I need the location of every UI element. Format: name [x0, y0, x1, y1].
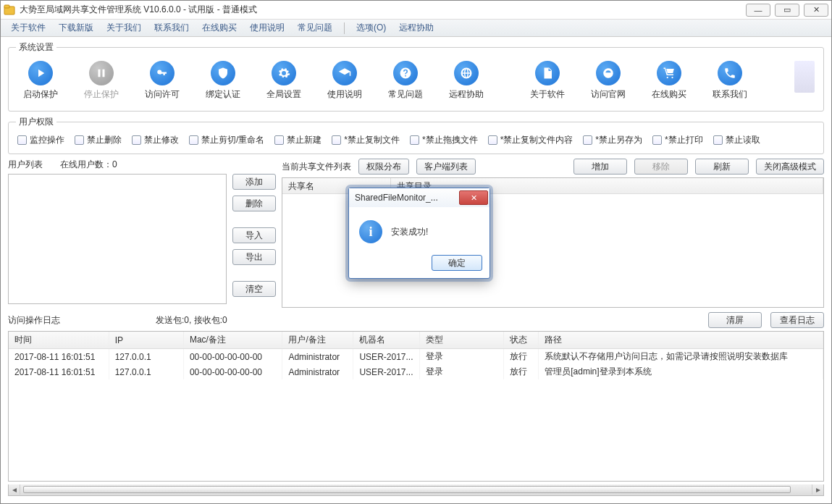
- log-cell-machine: USER-2017...: [353, 349, 419, 365]
- toolbar-label: 全局设置: [266, 88, 301, 101]
- toolbar-visit-site[interactable]: 访问官网: [585, 61, 631, 101]
- checkbox-icon: [488, 135, 497, 145]
- delete-user-button[interactable]: 删除: [232, 196, 276, 211]
- log-grid[interactable]: 时间IPMac/备注用户/备注机器名类型状态路径 2017-08-11 16:0…: [8, 331, 824, 482]
- scroll-left-arrow-icon[interactable]: ◂: [9, 484, 20, 495]
- toolbar-label: 使用说明: [327, 88, 362, 101]
- clear-users-button[interactable]: 清空: [232, 281, 276, 297]
- import-users-button[interactable]: 导入: [232, 227, 276, 243]
- log-cell-path: 管理员[admin]登录到本系统: [539, 364, 823, 379]
- toolbar-start-protect[interactable]: 启动保护: [17, 61, 64, 101]
- menu-item-5[interactable]: 使用说明: [244, 20, 290, 35]
- user-permissions-group: 用户权限 监控操作禁止删除禁止修改禁止剪切/重命名禁止新建*禁止复制文件*禁止拖…: [8, 116, 824, 154]
- log-col-2[interactable]: Mac/备注: [183, 332, 282, 349]
- permission-checkbox-10[interactable]: 禁止读取: [713, 134, 760, 146]
- permission-label: 禁止新建: [287, 134, 322, 146]
- clear-log-button[interactable]: 清屏: [708, 312, 762, 328]
- scroll-thumb[interactable]: [23, 486, 791, 493]
- close-button[interactable]: ✕: [804, 4, 828, 17]
- permission-checkbox-0[interactable]: 监控操作: [17, 134, 64, 146]
- log-col-4[interactable]: 机器名: [353, 332, 419, 349]
- log-cell-machine: USER-2017...: [353, 364, 419, 379]
- log-stats: 发送包:0, 接收包:0: [156, 314, 227, 327]
- permission-checkbox-2[interactable]: 禁止修改: [132, 134, 179, 146]
- toolbar-label: 绑定认证: [206, 88, 240, 101]
- maximize-button[interactable]: ▭: [775, 4, 799, 17]
- user-list-label: 用户列表: [8, 159, 43, 171]
- menu-item-6[interactable]: 常见问题: [292, 20, 338, 35]
- permission-label: *禁止拖拽文件: [422, 134, 478, 146]
- permission-checkbox-6[interactable]: *禁止拖拽文件: [410, 134, 478, 146]
- system-settings-legend: 系统设置: [16, 41, 56, 54]
- export-users-button[interactable]: 导出: [232, 249, 276, 265]
- permission-label: *禁止另存为: [595, 134, 642, 146]
- toolbar-contact-us[interactable]: 联系我们: [707, 61, 753, 101]
- toolbar-about-software[interactable]: 关于软件: [524, 61, 571, 101]
- log-col-7[interactable]: 路径: [539, 332, 823, 349]
- gear-icon: [272, 61, 296, 85]
- toolbar-faq[interactable]: 常见问题: [382, 61, 429, 101]
- permission-checkbox-9[interactable]: *禁止打印: [652, 134, 703, 146]
- log-col-3[interactable]: 用户/备注: [282, 332, 353, 349]
- checkbox-icon: [583, 135, 592, 145]
- log-cell-ip: 127.0.0.1: [109, 364, 183, 379]
- close-advanced-button[interactable]: 关闭高级模式: [756, 159, 824, 175]
- toolbar-global-settings[interactable]: 全局设置: [261, 61, 307, 101]
- toolbar-bind-auth[interactable]: 绑定认证: [200, 61, 246, 101]
- title-bar: 大势至局域网共享文件管理系统 V10.6.0.0 - 试用版 - 普通模式 — …: [1, 1, 831, 20]
- menu-bar: 关于软件下载新版关于我们联系我们在线购买使用说明常见问题选项(O)远程协助: [1, 20, 831, 37]
- log-row[interactable]: 2017-08-11 16:01:51127.0.0.100-00-00-00-…: [9, 349, 823, 365]
- user-list[interactable]: [8, 174, 227, 304]
- log-col-1[interactable]: IP: [109, 332, 183, 349]
- toolbar-access-permit[interactable]: 访问许可: [139, 61, 185, 101]
- permission-checkbox-4[interactable]: 禁止新建: [274, 134, 322, 146]
- toolbar-buy-online[interactable]: 在线购买: [646, 61, 692, 101]
- permission-checkbox-1[interactable]: 禁止删除: [75, 134, 122, 146]
- dialog-ok-button[interactable]: 确定: [432, 255, 482, 271]
- toolbar-usage-guide[interactable]: 使用说明: [322, 61, 368, 101]
- toolbar-label: 常见问题: [388, 88, 423, 101]
- horizontal-scrollbar[interactable]: ◂ ▸: [8, 484, 824, 496]
- refresh-share-button[interactable]: 刷新: [695, 159, 749, 175]
- permission-dist-button[interactable]: 权限分布: [358, 159, 409, 175]
- view-log-button[interactable]: 查看日志: [770, 312, 824, 328]
- svg-point-2: [667, 77, 668, 78]
- key-icon: [150, 61, 175, 85]
- add-user-button[interactable]: 添加: [232, 174, 276, 190]
- permission-checkbox-7[interactable]: *禁止复制文件内容: [488, 134, 573, 146]
- scroll-right-arrow-icon[interactable]: ▸: [812, 484, 823, 495]
- permission-checkbox-8[interactable]: *禁止另存为: [583, 134, 642, 146]
- menu-item-3[interactable]: 联系我们: [148, 20, 195, 35]
- log-col-5[interactable]: 类型: [419, 332, 503, 349]
- remove-share-button: 移除: [634, 159, 688, 175]
- toolbar-remote-assist[interactable]: 远程协助: [443, 61, 489, 101]
- permission-label: 禁止剪切/重命名: [201, 134, 264, 146]
- log-cell-status: 放行: [503, 364, 539, 379]
- log-col-0[interactable]: 时间: [9, 332, 109, 349]
- checkbox-icon: [713, 135, 723, 145]
- permission-label: 禁止读取: [726, 134, 760, 146]
- menu-item-4[interactable]: 在线购买: [196, 20, 243, 35]
- menu-item-1[interactable]: 下载新版: [53, 20, 99, 35]
- permission-checkbox-3[interactable]: 禁止剪切/重命名: [189, 134, 264, 146]
- client-list-button[interactable]: 客户端列表: [416, 159, 476, 175]
- log-row[interactable]: 2017-08-11 16:01:51127.0.0.100-00-00-00-…: [9, 364, 823, 379]
- menu-item-0[interactable]: 关于软件: [5, 20, 51, 35]
- minimize-button[interactable]: —: [746, 4, 770, 17]
- add-share-button[interactable]: 增加: [573, 159, 627, 175]
- brand-logo: [794, 61, 815, 93]
- permission-label: *禁止复制文件: [344, 134, 400, 146]
- menu-item-7[interactable]: 选项(O): [350, 20, 392, 35]
- menu-item-8[interactable]: 远程协助: [393, 20, 440, 35]
- cart-icon: [657, 61, 681, 85]
- toolbar-label: 停止保护: [84, 88, 119, 101]
- menu-item-2[interactable]: 关于我们: [101, 20, 147, 35]
- checkbox-icon: [189, 135, 198, 145]
- svg-rect-1: [4, 5, 9, 8]
- log-col-6[interactable]: 状态: [503, 332, 539, 349]
- permission-checkbox-5[interactable]: *禁止复制文件: [332, 134, 400, 146]
- permission-label: 监控操作: [30, 134, 64, 146]
- dialog-close-button[interactable]: ✕: [459, 190, 488, 205]
- toolbar-label: 在线购买: [652, 88, 686, 101]
- window-title: 大势至局域网共享文件管理系统 V10.6.0.0 - 试用版 - 普通模式: [20, 4, 746, 16]
